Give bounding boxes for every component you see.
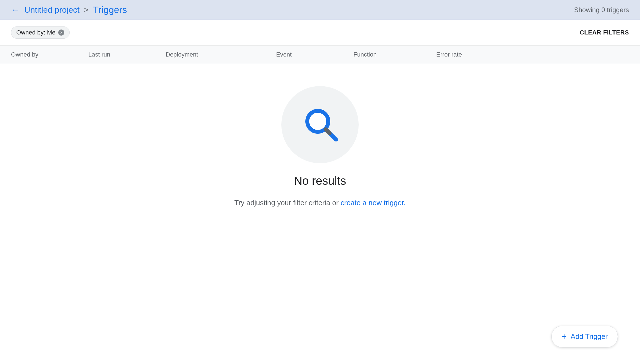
showing-triggers-text: Showing 0 triggers: [574, 6, 629, 14]
no-results-title: No results: [294, 174, 346, 188]
project-name[interactable]: Untitled project: [24, 5, 80, 15]
header: ← Untitled project > Triggers Showing 0 …: [0, 0, 640, 20]
col-owned-by: Owned by: [11, 51, 88, 58]
header-left: ← Untitled project > Triggers: [11, 4, 127, 15]
svg-line-3: [326, 129, 330, 133]
chip-label: Owned by: Me: [16, 29, 55, 36]
no-results-subtitle: Try adjusting your filter criteria or cr…: [234, 199, 406, 207]
table-header: Owned by Last run Deployment Event Funct…: [0, 46, 640, 64]
fab-plus-icon: +: [562, 331, 567, 342]
col-deployment: Deployment: [166, 51, 276, 58]
owned-by-me-chip[interactable]: Owned by: Me ×: [11, 26, 70, 39]
fab-label: Add Trigger: [571, 332, 608, 341]
add-trigger-button[interactable]: + Add Trigger: [551, 326, 618, 347]
magnifier-icon: [298, 103, 342, 147]
clear-filters-button[interactable]: CLEAR FILTERS: [580, 29, 629, 36]
col-last-run: Last run: [88, 51, 166, 58]
filter-chips: Owned by: Me ×: [11, 26, 70, 39]
chip-close-icon[interactable]: ×: [58, 30, 64, 36]
search-illustration: [281, 86, 359, 163]
col-function: Function: [353, 51, 436, 58]
empty-state: No results Try adjusting your filter cri…: [0, 64, 640, 229]
page-title: Triggers: [93, 4, 127, 15]
col-error-rate: Error rate: [436, 51, 629, 58]
col-event: Event: [276, 51, 353, 58]
fab-container: + Add Trigger: [551, 326, 618, 347]
breadcrumb-separator: >: [84, 6, 88, 14]
back-button[interactable]: ←: [11, 5, 20, 15]
filter-bar: Owned by: Me × CLEAR FILTERS: [0, 20, 640, 46]
subtitle-prefix: Try adjusting your filter criteria or: [234, 199, 341, 207]
svg-point-1: [309, 113, 326, 130]
create-trigger-link[interactable]: create a new trigger.: [341, 199, 406, 207]
